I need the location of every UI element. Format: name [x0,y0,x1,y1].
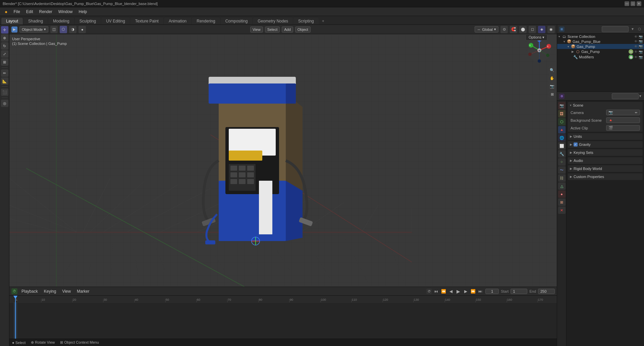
play-button[interactable]: ▶ [455,288,461,294]
prop-tab-physics[interactable]: 〜 [558,166,566,174]
tab-geometry-nodes[interactable]: Geometry Nodes [253,18,293,24]
snap-toggle[interactable]: 🧲 [510,26,517,33]
select-menu[interactable]: Select [265,26,280,33]
sync-icon[interactable]: ⏱ [426,289,432,294]
view-menu[interactable]: View [250,26,263,33]
transform-tool[interactable]: ⊞ [1,58,8,66]
outliner-gas-pump-collection[interactable]: ▾ 📦 Gas_Pump 👁 📷 [557,44,644,49]
outliner-filter-icon[interactable]: ▼ [630,26,635,32]
prop-tab-world[interactable]: 🌐 [558,134,566,141]
file-menu[interactable]: File [11,9,22,15]
xray-btn[interactable]: ◻ [529,26,536,33]
close-button[interactable]: ✕ [637,1,641,6]
tab-compositing[interactable]: Compositing [221,18,253,24]
add-workspace-button[interactable]: + [319,18,327,24]
tab-modeling[interactable]: Modeling [48,18,74,24]
jump-start-button[interactable]: ⏮ [433,288,439,294]
transform-space-dropdown[interactable]: ↔ Global ▾ [475,26,498,33]
prop-tab-modifier[interactable]: 🔧 [558,150,566,158]
tab-rendering[interactable]: Rendering [192,18,220,24]
current-frame-field[interactable]: 1 [485,289,499,294]
view-timeline-menu[interactable]: View [60,288,73,294]
timeline-ruler[interactable]: 1 10 20 30 40 50 60 70 80 [9,296,557,339]
vp-zoom-in-btn[interactable]: 🔍 [548,66,556,74]
prop-tab-scene[interactable]: 🔺 [558,126,566,133]
properties-filter-icon[interactable]: ▼ [639,94,642,98]
prop-tab-material[interactable]: ● [558,190,566,198]
prop-tab-constraints[interactable]: ⛓ [558,174,566,182]
proportional-edit-btn[interactable]: ⊙ [500,26,508,33]
next-keyframe-button[interactable]: ⏩ [470,288,476,294]
end-frame-field[interactable]: 250 [538,289,555,294]
tab-layout[interactable]: Layout [1,18,23,24]
next-frame-button[interactable]: ▶ [463,288,469,294]
tab-texture-paint[interactable]: Texture Paint [130,18,163,24]
units-section-header[interactable]: ▶ Units [568,133,643,140]
move-tool[interactable]: ⊕ [1,34,8,42]
viewport-shading-solid[interactable]: ⬡ [60,26,67,33]
annotate-tool[interactable]: ✏ [1,69,8,77]
overlay-btn[interactable]: ⬤ [519,26,527,33]
render-menu[interactable]: Render [37,9,55,15]
outliner-sync-icon[interactable]: ⬡ [637,26,642,32]
add-cube-tool[interactable]: ⬛ [1,89,8,96]
measure-tool[interactable]: 📐 [1,77,8,85]
prev-frame-button[interactable]: ◀ [448,288,454,294]
marker-menu[interactable]: Marker [75,288,91,294]
scene-section-header[interactable]: ▾ Scene [568,102,643,109]
prop-tab-render[interactable]: 📷 [558,102,566,109]
window-menu[interactable]: Window [56,9,75,15]
shading-btn-2[interactable]: ◉ [547,26,555,33]
prop-tab-lineart[interactable]: ✕ [558,207,566,214]
viewport-shading-wire[interactable]: ◫ [50,26,58,33]
prop-tab-object[interactable]: ⬜ [558,142,566,150]
tab-scripting[interactable]: Scripting [293,18,319,24]
keying-sets-header[interactable]: ▶ Keying Sets [568,149,643,156]
outliner-gas-pump-object[interactable]: ▶ ⬡ Gas_Pump ● 👁 📷 [557,49,644,54]
rotate-tool[interactable]: ↻ [1,42,8,50]
custom-properties-header[interactable]: ▶ Custom Properties [568,173,643,180]
audio-section-header[interactable]: ▶ Audio [568,157,643,164]
options-button[interactable]: Options ▾ [526,34,547,41]
edit-menu[interactable]: Edit [23,9,36,15]
viewport-shading-material[interactable]: ◑ [69,26,76,33]
origin-tool[interactable]: ◎ [1,100,8,107]
help-menu[interactable]: Help [76,9,90,15]
tab-animation[interactable]: Animation [164,18,191,24]
mode-dropdown[interactable]: Object Mode ▾ [19,26,48,33]
start-frame-field[interactable]: 1 [511,289,527,294]
scale-tool[interactable]: ⤢ [1,50,8,58]
camera-value-field[interactable]: 📷 ✏ [606,110,640,115]
jump-end-button[interactable]: ⏭ [477,288,483,294]
viewport[interactable]: User Perspective (1) Scene Collection | … [9,34,557,287]
prop-tab-texture[interactable]: ⊞ [558,198,566,206]
tab-shading[interactable]: Shading [23,18,48,24]
outliner-scene-collection[interactable]: ▾ 🗂 Scene Collection 👁 📷 [557,34,644,39]
minimize-button[interactable]: — [625,1,629,6]
prop-tab-object-data[interactable]: △ [558,182,566,190]
shading-btn-1[interactable]: ◈ [538,26,545,33]
prev-keyframe-button[interactable]: ⏪ [440,288,446,294]
prop-tab-output[interactable]: 🖼 [558,110,566,117]
blender-logo[interactable]: ● [2,8,10,15]
maximize-button[interactable]: □ [631,1,635,6]
playback-menu[interactable]: Playback [19,288,40,294]
vp-hand-btn[interactable]: ✋ [548,74,556,82]
tab-uv-editing[interactable]: UV Editing [101,18,130,24]
background-scene-value[interactable]: 🔺 [606,117,640,123]
camera-edit-icon[interactable]: ✏ [635,111,638,114]
object-menu[interactable]: Object [295,26,311,33]
prop-tab-particles[interactable]: ⁘ [558,158,566,166]
add-menu[interactable]: Add [282,26,293,33]
outliner-search[interactable] [602,26,629,32]
viewport-shading-rendered[interactable]: ● [78,26,86,33]
active-clip-value[interactable]: 🎬 [606,125,640,131]
cursor-tool[interactable]: ✛ [1,26,8,34]
outliner-gas-pump-blue[interactable]: ▾ 📦 Gas_Pump_Blue 👁 📷 [557,39,644,44]
vp-grid-btn[interactable]: ⊞ [548,91,556,98]
outliner-modifiers[interactable]: 🔧 Modifiers ⬤ 👁 📷 [557,54,644,60]
vp-camera-btn[interactable]: 📷 [548,82,556,90]
prop-tab-view-layer[interactable]: ⬡ [558,118,566,125]
rigid-body-world-header[interactable]: ▶ Rigid Body World [568,165,643,172]
gravity-checkbox[interactable]: ✓ [574,142,578,147]
